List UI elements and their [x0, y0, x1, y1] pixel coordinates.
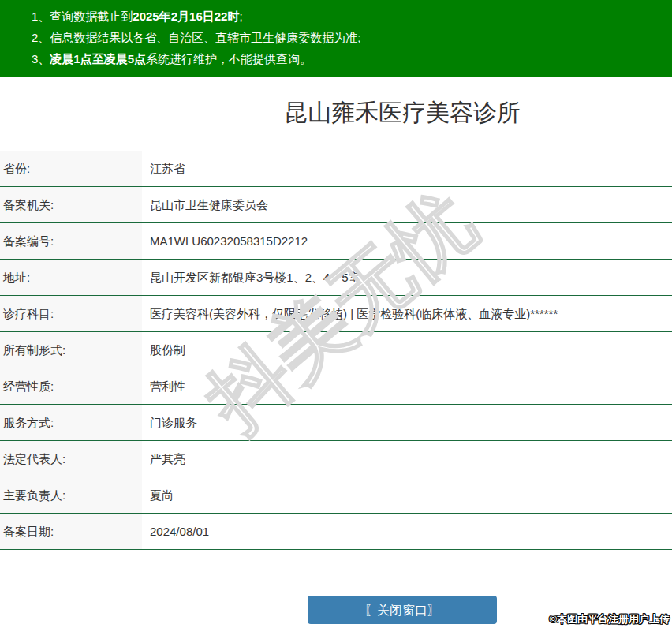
row-label: 主要负责人: — [0, 477, 142, 513]
table-row: 法定代表人: 严其亮 — [0, 441, 672, 477]
notice-number: 1、 — [32, 9, 50, 23]
row-label: 服务方式: — [0, 405, 142, 440]
row-value: 江苏省 — [142, 151, 672, 186]
row-label: 法定代表人: — [0, 441, 142, 477]
row-value: 医疗美容科(美容外科，仅限毛发移植) | 医学检验科(临床体液、血液专业)***… — [142, 296, 672, 331]
notice-text-bold: 凌晨1点至凌晨5点 — [50, 52, 146, 65]
row-label: 所有制形式: — [0, 332, 142, 368]
row-label: 备案日期: — [0, 514, 142, 549]
notice-item: 1、查询数据截止到2025年2月16日22时; — [32, 6, 672, 27]
button-row: 〖关闭窗口〗 — [0, 596, 672, 624]
notice-text: 查询数据截止到 — [50, 9, 133, 23]
notice-number: 3、 — [32, 52, 50, 65]
row-value: 严其亮 — [142, 441, 672, 477]
row-value: 营利性 — [142, 368, 672, 404]
page-title: 昆山雍禾医疗美容诊所 — [0, 97, 672, 129]
table-row: 备案日期: 2024/08/01 — [0, 514, 672, 550]
notice-text: ; — [239, 9, 242, 23]
table-row: 备案机关: 昆山市卫生健康委员会 — [0, 187, 672, 223]
notice-item: 3、凌晨1点至凌晨5点系统进行维护，不能提供查询。 — [32, 48, 672, 69]
row-label: 省份: — [0, 151, 142, 186]
row-value: 2024/08/01 — [142, 514, 672, 549]
notice-text: 系统进行维护，不能提供查询。 — [146, 52, 312, 65]
table-row: 服务方式: 门诊服务 — [0, 405, 672, 441]
notice-item: 2、信息数据结果以各省、自治区、直辖市卫生健康委数据为准; — [32, 27, 672, 48]
row-label: 地址: — [0, 260, 142, 295]
registration-table: 省份: 江苏省 备案机关: 昆山市卫生健康委员会 备案编号: MA1WLU602… — [0, 151, 672, 550]
row-label: 诊疗科目: — [0, 296, 142, 331]
table-row: 所有制形式: 股份制 — [0, 332, 672, 368]
row-value: 门诊服务 — [142, 405, 672, 440]
notice-text-bold: 2025年2月16日22时 — [133, 9, 239, 23]
notice-number: 2、 — [32, 31, 50, 44]
row-label: 备案机关: — [0, 187, 142, 222]
row-value: 股份制 — [142, 332, 672, 368]
table-row: 主要负责人: 夏尚 — [0, 477, 672, 514]
notice-header: 1、查询数据截止到2025年2月16日22时; 2、信息数据结果以各省、自治区、… — [0, 0, 672, 77]
row-value: MA1WLU60232058315D2212 — [142, 223, 672, 259]
row-label: 经营性质: — [0, 368, 142, 404]
row-value: 昆山市卫生健康委员会 — [142, 187, 672, 222]
row-label: 备案编号: — [0, 223, 142, 259]
row-value: 夏尚 — [142, 477, 672, 513]
table-row: 诊疗科目: 医疗美容科(美容外科，仅限毛发移植) | 医学检验科(临床体液、血液… — [0, 296, 672, 332]
notice-text: 信息数据结果以各省、自治区、直辖市卫生健康委数据为准; — [50, 31, 360, 44]
table-row: 经营性质: 营利性 — [0, 368, 672, 405]
close-window-button[interactable]: 〖关闭窗口〗 — [308, 596, 497, 624]
row-value: 昆山开发区新都银座3号楼1、2、4、5室 — [142, 260, 672, 295]
table-row: 备案编号: MA1WLU60232058315D2212 — [0, 223, 672, 260]
screenshot-viewport: 1、查询数据截止到2025年2月16日22时; 2、信息数据结果以各省、自治区、… — [0, 0, 672, 628]
table-row: 省份: 江苏省 — [0, 151, 672, 187]
table-row: 地址: 昆山开发区新都银座3号楼1、2、4、5室 — [0, 260, 672, 296]
page: 1、查询数据截止到2025年2月16日22时; 2、信息数据结果以各省、自治区、… — [0, 0, 672, 628]
